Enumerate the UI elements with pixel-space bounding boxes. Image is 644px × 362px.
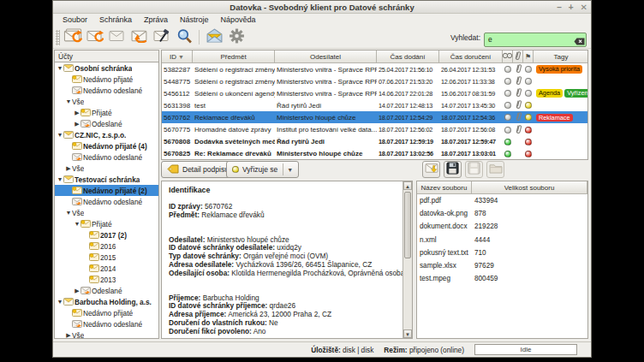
sidebar-item[interactable]: ▶Vše <box>55 163 158 174</box>
signature-detail-button[interactable]: Detail podpisu <box>161 161 235 178</box>
sent-icon <box>72 86 83 94</box>
flag-column-header[interactable]: ⚑ <box>523 50 534 63</box>
cell: 5670825 <box>162 150 193 157</box>
sidebar-item[interactable]: ▼Barbucha Holding, a.s. <box>55 296 158 307</box>
sidebar-item[interactable]: Nedávno odeslané <box>55 85 158 96</box>
sidebar-item[interactable]: ▶Odeslané <box>55 118 158 129</box>
expander-open-icon[interactable]: ▼ <box>65 207 72 218</box>
download-account-button[interactable] <box>84 27 106 47</box>
expander-closed-icon[interactable]: ▶ <box>65 163 72 174</box>
sidebar-item[interactable]: ▶Odeslané <box>55 285 158 296</box>
scroll-up-icon[interactable]: ▲ <box>403 181 412 190</box>
new-message-icon <box>109 28 126 46</box>
save-attachment-button[interactable] <box>444 161 462 178</box>
menu-nastroje[interactable]: Nástroje <box>174 14 215 27</box>
download-all-accounts-button[interactable] <box>62 27 84 47</box>
menu-soubor[interactable]: Soubor <box>57 14 93 27</box>
attachment-row[interactable]: datovka-ok.png878 <box>417 207 587 220</box>
sidebar-item[interactable]: Nedávno odeslané <box>55 151 158 163</box>
expander-closed-icon[interactable]: ▶ <box>74 285 80 296</box>
settings-icon <box>229 28 245 47</box>
read-column-header[interactable] <box>503 50 513 63</box>
expander-open-icon[interactable]: ▼ <box>57 296 63 307</box>
expander-open-icon[interactable]: ▼ <box>57 174 63 185</box>
detail-scrollbar[interactable]: ▲ ▼ <box>402 181 412 338</box>
expander-closed-icon[interactable]: ▶ <box>74 107 80 118</box>
search-input[interactable] <box>484 33 587 47</box>
expander-closed-icon[interactable]: ▶ <box>65 329 72 339</box>
settings-button[interactable] <box>225 27 247 47</box>
sidebar-item-label: Vše <box>72 209 84 217</box>
sidebar-item[interactable]: ▼Osobní schránka <box>55 62 158 74</box>
attachment-row[interactable]: pokusný text.txt710 <box>417 246 587 259</box>
verify-message-button[interactable] <box>151 27 173 47</box>
column-header-čas doručení[interactable]: Čas doručení <box>439 50 503 63</box>
column-header-tagy[interactable]: Tagy <box>534 50 588 63</box>
sidebar-item[interactable]: 2015 <box>55 252 158 263</box>
expander-open-icon[interactable]: ▼ <box>65 96 72 107</box>
menu-napoveda[interactable]: Nápověda <box>215 14 262 27</box>
message-state-dropdown[interactable]: Vyřizuje se ▼ <box>226 161 299 178</box>
message-row[interactable]: 5670775Hromadné datové zprávyInstitut pr… <box>162 123 587 135</box>
close-button[interactable]: ✕ <box>581 1 587 14</box>
sidebar-item[interactable]: Nedávno odeslané <box>55 318 158 329</box>
file-column-header[interactable]: Název souboru <box>417 181 472 194</box>
open-message-button[interactable] <box>203 27 225 47</box>
sidebar-item[interactable]: Nedávno přijaté <box>55 74 158 85</box>
message-row[interactable]: 5670825Re: Reklamace dřevákůMinisterstvo… <box>162 148 587 160</box>
column-header-předmět[interactable]: Předmět <box>193 50 275 63</box>
download-attachment-button[interactable] <box>422 161 440 178</box>
maximize-button[interactable]: + <box>569 1 574 14</box>
sidebar-item[interactable]: Nedávno přijaté <box>55 307 158 318</box>
paperclip-icon <box>515 124 522 136</box>
column-header-odesílatel[interactable]: Odesílatel <box>275 50 377 63</box>
message-row[interactable]: 5448775Sdělení o registraci změny ...Min… <box>162 75 587 87</box>
sidebar-item[interactable]: ▼Testovací schránka <box>55 174 158 185</box>
clear-search-icon[interactable] <box>574 33 585 41</box>
minimize-button[interactable]: – <box>557 1 562 14</box>
expander-open-icon[interactable]: ▼ <box>57 62 63 74</box>
file-column-header[interactable]: Velikost souboru <box>472 181 587 194</box>
column-header-čas dodání[interactable]: Čas dodání <box>377 50 439 63</box>
attachment-row[interactable]: pdf.pdf433994 <box>417 194 587 207</box>
attachment-row[interactable]: n.xml4444 <box>417 234 587 246</box>
new-message-button[interactable] <box>106 27 128 47</box>
search-message-button[interactable] <box>173 27 195 47</box>
message-list-header: ID▼PředmětOdesílatelČas dodáníČas doruče… <box>162 50 587 63</box>
titlebar[interactable]: Datovka - Svobodný klient pro Datové sch… <box>53 1 591 14</box>
sidebar-item[interactable]: ▼Vše <box>55 207 158 218</box>
sidebar-item[interactable]: ▼Přijaté <box>55 218 158 229</box>
expander-open-icon[interactable]: ▼ <box>57 129 63 140</box>
sidebar-item[interactable]: Nedávno přijaté (2) <box>55 185 158 196</box>
scroll-down-icon[interactable]: ▼ <box>403 329 412 338</box>
sidebar-item[interactable]: ▼CZ.NIC, z.s.p.o. <box>55 129 158 140</box>
sidebar-item[interactable]: 2013 <box>55 274 158 285</box>
message-row[interactable]: 5631398testŘád rytířů Jedi14.07.2017 12:… <box>162 99 587 111</box>
reply-button[interactable] <box>128 27 151 47</box>
expander-closed-icon[interactable]: ▶ <box>74 118 80 129</box>
attachment-row[interactable]: dokument.docx219228 <box>417 220 587 233</box>
tag-badge: Vysoká priorita <box>536 65 582 74</box>
sidebar-item[interactable]: 2014 <box>55 263 158 274</box>
attachment-row[interactable]: test.mpeg800459 <box>417 272 587 285</box>
message-row[interactable]: 5456112Sdělení o ukončení agendyMinister… <box>162 87 587 99</box>
message-row[interactable]: 5670762Reklamace dřevákůMinisterstvo hlo… <box>162 111 587 123</box>
menu-zprava[interactable]: Zpráva <box>138 14 174 27</box>
sidebar-item[interactable]: ▶Přijaté <box>55 107 158 118</box>
sidebar-item[interactable]: Nedávno přijaté (4) <box>55 140 158 151</box>
scrollbar-thumb[interactable] <box>404 192 411 258</box>
column-header-id[interactable]: ID▼ <box>162 50 193 63</box>
paperclip-column-header[interactable] <box>513 50 523 63</box>
menu-schranka[interactable]: Schránka <box>93 14 138 27</box>
sidebar-item[interactable]: Nedávno odeslané <box>55 196 158 207</box>
cell <box>523 151 534 157</box>
sidebar-item[interactable]: 2016 <box>55 240 158 252</box>
sidebar-item[interactable]: ▼Vše <box>55 96 158 107</box>
sidebar-item[interactable]: ▶Vše <box>55 329 158 339</box>
message-row[interactable]: 5382287Sdělení o registraci změny ...Min… <box>162 63 587 75</box>
expander-open-icon[interactable]: ▼ <box>74 218 80 229</box>
message-row[interactable]: 5670808Dodávka světelných mečůŘád rytířů… <box>162 136 587 148</box>
attachment-row[interactable]: sample.xlsx97629 <box>417 259 587 272</box>
toolbar-drag-handle[interactable] <box>56 30 60 45</box>
sidebar-item[interactable]: 2017 (2) <box>55 229 158 240</box>
